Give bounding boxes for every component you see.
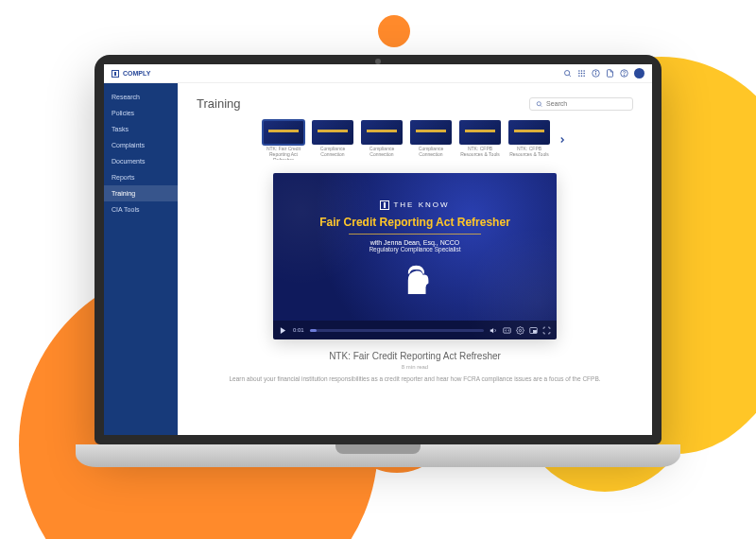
topbar-actions bbox=[563, 68, 644, 78]
thumb-image bbox=[508, 120, 550, 145]
document-icon[interactable] bbox=[606, 69, 614, 78]
thumb-image bbox=[361, 120, 403, 145]
search-input[interactable] bbox=[546, 100, 627, 107]
svg-point-7 bbox=[583, 73, 585, 75]
app-topbar: COMPLY bbox=[104, 64, 652, 83]
svg-point-16 bbox=[537, 101, 541, 105]
thumb-caption: NTK: Fair Credit Reporting Act Refresher bbox=[263, 147, 304, 160]
video-role: Regulatory Compliance Specialist bbox=[369, 246, 460, 252]
svg-point-10 bbox=[583, 75, 585, 77]
sidebar-item-policies[interactable]: Policies bbox=[104, 105, 178, 121]
presenter-silhouette-icon bbox=[394, 260, 436, 294]
app-body: Research Policies Tasks Complaints Docum… bbox=[104, 83, 652, 435]
svg-point-6 bbox=[581, 73, 583, 75]
video-brand: THE KNOW bbox=[380, 200, 449, 210]
thumb-image bbox=[263, 120, 304, 145]
carousel-thumb[interactable]: Compliance Connection bbox=[361, 120, 403, 160]
svg-point-0 bbox=[565, 71, 570, 76]
search-icon[interactable] bbox=[563, 69, 572, 78]
video-title: Fair Credit Reporting Act Refresher bbox=[319, 216, 510, 229]
thumb-caption: NTK: CFPB Resources & Tools bbox=[508, 147, 550, 160]
thumb-image bbox=[410, 120, 452, 145]
user-avatar[interactable] bbox=[634, 68, 644, 78]
thumb-caption: Compliance Connection bbox=[312, 147, 353, 160]
svg-point-4 bbox=[583, 70, 585, 72]
video-presenter: with Jenna Dean, Esq., NCCO bbox=[370, 239, 460, 246]
video-brand-text: THE KNOW bbox=[393, 200, 449, 209]
laptop-base bbox=[76, 444, 680, 467]
laptop-lid: COMPLY Research Policies bbox=[94, 55, 662, 444]
main-header: Training bbox=[197, 96, 633, 111]
search-input-icon bbox=[536, 100, 542, 108]
svg-marker-23 bbox=[281, 327, 285, 334]
video-seekbar[interactable] bbox=[310, 329, 484, 332]
stage: COMPLY Research Policies bbox=[0, 0, 756, 539]
apps-grid-icon[interactable] bbox=[577, 69, 586, 78]
video-carousel: NTK: Fair Credit Reporting Act Refresher… bbox=[197, 120, 633, 160]
selected-video-meta: 8 min read bbox=[197, 364, 633, 370]
svg-point-8 bbox=[578, 75, 580, 77]
carousel-thumb[interactable]: NTK: CFPB Resources & Tools bbox=[459, 120, 501, 160]
svg-point-13 bbox=[595, 71, 596, 72]
info-icon[interactable] bbox=[592, 69, 600, 78]
video-brand-logo-icon bbox=[380, 200, 389, 210]
selected-video-title: NTK: Fair Credit Reporting Act Refresher bbox=[197, 351, 633, 361]
video-time: 0:01 bbox=[293, 327, 304, 333]
bg-dot-orange bbox=[378, 15, 410, 47]
thumb-image bbox=[312, 120, 353, 145]
video-player: THE KNOW Fair Credit Reporting Act Refre… bbox=[273, 173, 557, 339]
svg-point-5 bbox=[578, 73, 580, 75]
search-box[interactable] bbox=[529, 97, 633, 111]
brand-text: COMPLY bbox=[123, 70, 150, 77]
svg-line-17 bbox=[541, 105, 541, 106]
carousel-thumb[interactable]: NTK: CFPB Resources & Tools bbox=[508, 120, 550, 160]
laptop-mockup: COMPLY Research Policies bbox=[76, 55, 680, 467]
sidebar-item-complaints[interactable]: Complaints bbox=[104, 137, 178, 153]
carousel-thumb[interactable]: Compliance Connection bbox=[312, 120, 353, 160]
video-frame[interactable]: THE KNOW Fair Credit Reporting Act Refre… bbox=[273, 173, 557, 321]
svg-point-3 bbox=[581, 70, 583, 72]
page-title: Training bbox=[197, 96, 240, 111]
svg-point-15 bbox=[624, 75, 625, 76]
play-button[interactable] bbox=[279, 326, 287, 335]
sidebar-item-cia-tools[interactable]: CIA Tools bbox=[104, 201, 178, 217]
thumb-caption: Compliance Connection bbox=[410, 147, 452, 160]
svg-line-1 bbox=[569, 75, 571, 77]
svg-point-2 bbox=[578, 70, 580, 72]
carousel-thumb[interactable]: NTK: Fair Credit Reporting Act Refresher bbox=[263, 120, 304, 160]
sidebar-item-research[interactable]: Research bbox=[104, 89, 178, 105]
sidebar-item-reports[interactable]: Reports bbox=[104, 169, 178, 185]
sidebar-item-tasks[interactable]: Tasks bbox=[104, 121, 178, 137]
brand-logo-icon bbox=[112, 70, 119, 78]
video-title-divider bbox=[349, 234, 481, 235]
carousel-thumb[interactable]: Compliance Connection bbox=[410, 120, 452, 160]
app-brand: COMPLY bbox=[112, 70, 150, 78]
sidebar-item-documents[interactable]: Documents bbox=[104, 153, 178, 169]
sidebar-item-training[interactable]: Training bbox=[104, 185, 178, 201]
svg-point-9 bbox=[581, 75, 583, 77]
thumb-image bbox=[459, 120, 501, 145]
app-screen: COMPLY Research Policies bbox=[104, 64, 652, 435]
help-icon[interactable] bbox=[620, 69, 628, 78]
carousel-next-button[interactable] bbox=[558, 135, 567, 145]
thumb-caption: Compliance Connection bbox=[361, 147, 403, 160]
selected-video-description: Learn about your financial institution r… bbox=[197, 375, 633, 384]
main-content: Training NTK: Fair Credit Reporting Act … bbox=[178, 83, 652, 435]
thumb-caption: NTK: CFPB Resources & Tools bbox=[459, 147, 501, 160]
sidebar: Research Policies Tasks Complaints Docum… bbox=[104, 83, 178, 435]
